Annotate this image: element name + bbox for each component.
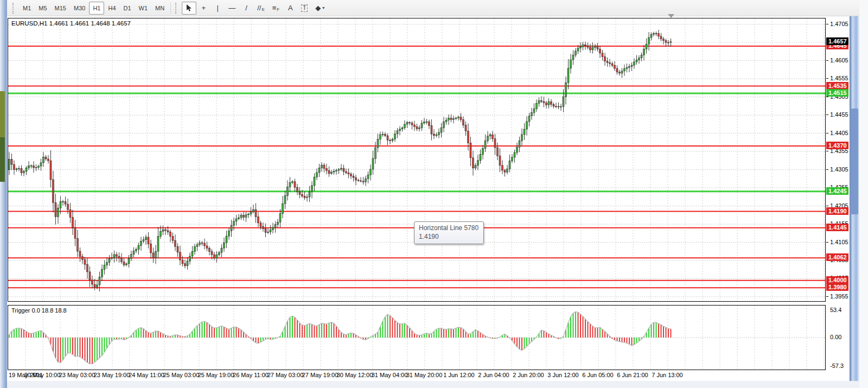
candle-body-up: [512, 157, 513, 161]
candle-body-up: [43, 157, 44, 163]
candle-body-up: [108, 258, 110, 262]
timeframe-button-mn[interactable]: MN: [151, 2, 168, 15]
candle-body-down: [150, 244, 152, 253]
candle-body-up: [25, 168, 27, 171]
candle-body-down: [602, 53, 603, 57]
candle-body-down: [50, 161, 52, 180]
candle-body-up: [318, 168, 320, 173]
candle-body-up: [560, 107, 562, 107]
candle-body-up: [143, 240, 144, 241]
candle-body-up: [477, 161, 479, 166]
candlestick-chart[interactable]: [8, 18, 825, 301]
candle-body-down: [123, 262, 125, 265]
candle-body-up: [507, 169, 508, 172]
toolbar-grip[interactable]: [175, 3, 178, 14]
candle-body-up: [458, 117, 459, 118]
scale-tick: [826, 115, 828, 115]
candle-body-down: [409, 123, 411, 123]
timeframe-button-d1[interactable]: D1: [120, 2, 135, 15]
candle-body-down: [619, 72, 621, 73]
cursor-icon[interactable]: [182, 2, 196, 15]
crosshair-icon[interactable]: +: [196, 2, 210, 15]
scale-tick: [826, 296, 828, 297]
toolbar-grip[interactable]: [12, 3, 15, 14]
candle-body-up: [595, 46, 596, 47]
candle-body-down: [655, 33, 657, 34]
candle-body-up: [23, 171, 25, 173]
line-price-badge: 1.4515: [826, 89, 848, 97]
candle-body-down: [353, 176, 354, 177]
candle-body-down: [172, 237, 174, 241]
candle-body-down: [152, 253, 154, 258]
candle-body-up: [424, 122, 425, 123]
line-price-badge: 1.4535: [826, 82, 848, 90]
timeframe-button-h1[interactable]: H1: [89, 2, 104, 15]
candle-body-up: [592, 47, 593, 49]
candle-body-down: [11, 160, 12, 165]
timeframe-button-m1[interactable]: M1: [19, 2, 35, 15]
candle-body-down: [450, 118, 452, 120]
text-label-icon[interactable]: T: [297, 2, 311, 15]
oscillator-outline: [9, 311, 671, 364]
price-chart-panel[interactable]: EURUSD,H1 1.4661 1.4661 1.4648 1.4657: [8, 18, 826, 302]
candle-body-up: [111, 257, 113, 258]
window-border-thumb: [851, 109, 858, 214]
trendline-icon[interactable]: /: [239, 2, 253, 15]
candle-body-up: [282, 203, 284, 213]
candle-body-up: [58, 208, 59, 217]
candle-body-up: [238, 218, 240, 219]
candle-body-down: [94, 284, 95, 287]
time-axis[interactable]: 19 May 201120 May 10:0023 May 03:0023 Ma…: [8, 371, 850, 380]
time-axis-label: 24 May 11:00: [129, 372, 164, 378]
dropdown-caret-icon[interactable]: ▾: [322, 5, 324, 10]
candle-body-up: [141, 241, 142, 246]
timeframe-button-w1[interactable]: W1: [135, 2, 152, 15]
candle-body-up: [245, 215, 247, 218]
candle-body-up: [248, 214, 250, 214]
window-right-margin: [859, 0, 868, 388]
candle-body-up: [155, 251, 157, 258]
candle-body-down: [411, 123, 413, 125]
text-icon[interactable]: A: [283, 2, 297, 15]
candle-body-down: [77, 238, 79, 251]
horizontal-line-icon[interactable]: —: [225, 2, 239, 15]
price-scale[interactable]: 1.47051.46551.46051.45551.45051.44551.44…: [826, 18, 850, 302]
candle-body-down: [79, 251, 81, 257]
candle-body-up: [397, 131, 398, 134]
candle-body-up: [60, 202, 61, 208]
candle-body-up: [221, 248, 222, 252]
candle-body-down: [65, 201, 66, 204]
time-axis-label: 23 May 19:00: [94, 372, 130, 378]
chart-shift-marker-icon[interactable]: [668, 14, 674, 18]
timeframe-button-h4[interactable]: H4: [104, 2, 119, 15]
timeframe-button-m15[interactable]: M15: [51, 2, 70, 15]
candle-body-down: [558, 106, 559, 107]
candle-body-down: [326, 168, 328, 170]
time-axis-label: 25 May 03:00: [163, 372, 200, 378]
indicator-tick-label: 53.4: [830, 307, 841, 313]
candle-body-down: [416, 126, 418, 129]
fibonacci-icon[interactable]: ≡F: [269, 2, 283, 15]
line-price-badge: 1.3980: [826, 283, 848, 291]
scale-tick: [826, 24, 828, 24]
candle-body-up: [404, 124, 406, 128]
vertical-line-icon[interactable]: |: [210, 2, 225, 15]
timeframe-button-m5[interactable]: M5: [35, 2, 50, 15]
candle-body-up: [438, 132, 440, 135]
candle-body-down: [177, 246, 178, 252]
candle-body-up: [287, 187, 289, 195]
indicator-panel[interactable]: Trigger 0.0 18.8 18.8: [8, 305, 826, 370]
candle-body-down: [92, 280, 93, 284]
timeframe-button-m30[interactable]: M30: [70, 2, 89, 15]
candle-body-up: [18, 169, 20, 169]
scale-tick: [826, 97, 828, 97]
shapes-icon[interactable]: ◆▾: [311, 2, 328, 15]
indicator-scale[interactable]: 53.40.00-57.3: [826, 305, 850, 370]
equidistant-channel-icon[interactable]: //E: [253, 2, 269, 15]
scale-tick: [826, 169, 828, 170]
candle-body-up: [489, 135, 491, 136]
candle-body-up: [643, 49, 645, 55]
candle-body-up: [338, 169, 340, 170]
candle-body-up: [307, 197, 308, 198]
candle-body-down: [556, 106, 557, 107]
